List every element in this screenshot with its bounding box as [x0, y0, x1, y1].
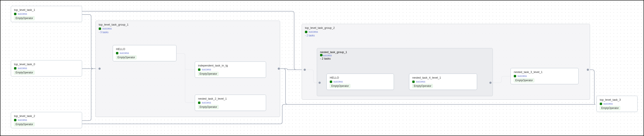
operator-badge: EmptyOperator [600, 106, 620, 110]
task-title: HELLO [116, 47, 173, 51]
task-hello-1[interactable]: HELLO success EmptyOperator [113, 45, 176, 61]
status-dot-success-icon [14, 67, 16, 70]
status-dot-success-icon [412, 81, 415, 83]
status-dot-success-icon [14, 13, 16, 15]
operator-badge: EmptyOperator [198, 105, 218, 109]
operator-badge: EmptyOperator [330, 84, 350, 88]
task-title: nested_task_4_level_1 [412, 76, 474, 79]
task-top-level-task-1[interactable]: top_level_task_1 success EmptyOperator [11, 6, 82, 22]
task-status: success [14, 118, 79, 121]
task-nested-task-4-level-1[interactable]: nested_task_4_level_1 success EmptyOpera… [409, 74, 477, 90]
task-title: top_level_task_3 [600, 98, 634, 101]
status-dot-success-icon [99, 28, 101, 30]
task-nested-task-3-level-1[interactable]: nested_task_3_level_1 success EmptyOpera… [510, 68, 578, 84]
task-top-level-task-2[interactable]: top_level_task_2 success EmptyOperator [11, 112, 82, 128]
operator-badge: EmptyOperator [514, 78, 534, 82]
operator-badge: EmptyOperator [412, 84, 433, 88]
group-title: top_level_task_group_2 [305, 26, 587, 29]
task-independent-task-in-tg[interactable]: independent_task_in_tg success EmptyOper… [195, 61, 266, 78]
port-nested-group-out [489, 82, 492, 84]
port-group2-out [587, 69, 589, 71]
task-status: success [198, 101, 263, 104]
status-dot-success-icon [320, 54, 322, 56]
status-dot-success-icon [14, 119, 16, 121]
status-dot-success-icon [116, 52, 118, 54]
task-title: top_level_task_1 [14, 8, 79, 12]
task-nested-task-2-level-1[interactable]: nested_task_2_level_1 success EmptyOpera… [195, 95, 266, 111]
group-status: success [320, 54, 490, 57]
status-dot-success-icon [198, 102, 200, 104]
task-status: success [116, 51, 173, 54]
operator-badge: EmptyOperator [14, 71, 34, 75]
status-dot-success-icon [600, 103, 602, 105]
group-status: success [305, 30, 587, 33]
task-title: HELLO [330, 76, 391, 79]
task-title: nested_task_2_level_1 [198, 97, 263, 100]
dag-canvas[interactable]: top_level_task_1 success EmptyOperator t… [0, 0, 644, 136]
task-title: nested_task_3_level_1 [514, 70, 575, 74]
task-status: success [198, 68, 263, 71]
task-hello-2[interactable]: HELLO success EmptyOperator [326, 74, 394, 90]
status-dot-success-icon [514, 75, 516, 77]
group-task-count: - 3 tasks [99, 31, 277, 34]
task-title: top_level_task_2 [14, 114, 79, 118]
task-status: success [600, 102, 634, 105]
group-status: success [99, 27, 277, 30]
status-dot-success-icon [330, 81, 332, 83]
group-task-count: - 2 tasks [320, 57, 490, 60]
task-top-level-task-3[interactable]: top_level_task_3 success EmptyOperator [596, 96, 638, 112]
task-top-level-task-0[interactable]: top_level_task_0 success EmptyOperator [11, 60, 82, 77]
task-status: success [14, 12, 79, 15]
port-group1-in [98, 67, 101, 70]
operator-badge: EmptyOperator [14, 16, 34, 20]
group-title: top_level_task_group_1 [99, 23, 277, 26]
status-dot-success-icon [305, 31, 307, 33]
port-nested-group-in [318, 82, 321, 84]
task-title: top_level_task_0 [14, 62, 79, 66]
operator-badge: EmptyOperator [14, 122, 34, 126]
task-status: success [14, 67, 79, 70]
operator-badge: EmptyOperator [198, 72, 218, 76]
task-title: independent_task_in_tg [198, 64, 263, 67]
group-title: nested_task_group_1 [320, 50, 490, 54]
task-status: success [330, 80, 391, 83]
operator-badge: EmptyOperator [116, 55, 136, 59]
task-status: success [514, 75, 575, 78]
status-dot-success-icon [198, 69, 200, 71]
group-task-count: - 2 tasks [305, 34, 587, 37]
port-group1-out [278, 67, 280, 70]
task-status: success [412, 80, 474, 83]
port-group2-in [304, 69, 306, 71]
